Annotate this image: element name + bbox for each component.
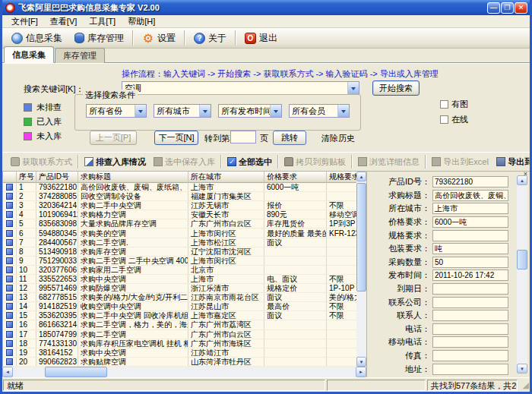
scroll-down-icon[interactable]: ▼ (356, 357, 366, 367)
detail-field-value[interactable]: 6000一吨 (432, 216, 508, 228)
maximize-button[interactable]: ❐ (501, 2, 514, 14)
member-select[interactable]: 所有会员 (289, 104, 350, 118)
table-vertical-scrollbar[interactable]: ▲ ▼ (356, 172, 366, 367)
check-store-button[interactable]: 排查入库情况 (81, 154, 150, 169)
seq-cell: 6 (17, 229, 36, 237)
inventory-button[interactable]: 库存管理 (68, 30, 130, 46)
collect-button[interactable]: 信息采集 (5, 30, 68, 46)
close-button[interactable]: ✕ (515, 2, 527, 14)
scrollbar-track[interactable] (13, 367, 356, 377)
detail-field-value[interactable] (432, 283, 508, 295)
detail-field-value[interactable] (432, 336, 508, 348)
header-city[interactable]: 所在城市 (188, 172, 264, 183)
next-page-button[interactable]: 下一页[N] (154, 131, 198, 145)
detail-field-value[interactable]: 793622180 (432, 176, 508, 188)
header-spec[interactable]: 规格要求 (327, 172, 357, 183)
city-select[interactable]: 所有城市 (154, 104, 211, 118)
scrollbar-thumb[interactable] (517, 250, 527, 269)
scroll-down-icon[interactable]: ▼ (517, 364, 527, 374)
start-search-button[interactable]: 开始搜索 (372, 80, 420, 96)
chevron-down-icon[interactable] (270, 105, 281, 117)
chevron-down-icon[interactable] (199, 105, 211, 117)
product-id-cell: 513490918 (36, 247, 78, 256)
table-row[interactable]: 13 682778515 求购美的/格力/大金/约克/开利二手中 江苏南京市雨花… (3, 293, 356, 302)
header-price[interactable]: 价格要求 (264, 172, 327, 183)
settings-button[interactable]: ⚙ 设置 (136, 30, 182, 46)
scrollbar-thumb[interactable] (45, 367, 107, 377)
table-row[interactable]: 15 353620395 求购二手中央空调 回收冷库机组 回收 上海市嘉定区 面… (3, 311, 356, 320)
menu-help[interactable]: 帮助[H] (122, 16, 161, 27)
scrollbar-track[interactable] (517, 185, 527, 364)
table-row[interactable]: 5 835683098 大量求购品牌库存空调 广东广州市白云区 库存甩货价 1P… (3, 219, 356, 229)
scroll-up-icon[interactable]: ▲ (356, 172, 366, 181)
table-horizontal-scrollbar[interactable]: ◄ ► (2, 367, 366, 377)
table-row[interactable]: 8 513490918 求购库存空调 辽宁沈阳市沈河区 (3, 247, 356, 257)
detail-field-value[interactable] (432, 310, 508, 321)
table-row[interactable]: 14 914182519 收购空调中央空调 江苏昆山市 最高价 不限 (3, 302, 356, 311)
unstored-color-swatch (24, 132, 32, 140)
table-row[interactable]: 3 320364214 求购二手中央空调 江苏无锡市 报价 不限 (3, 201, 356, 210)
table-row[interactable]: 6 594880345 求购美的空调 上海市闵行区 最好的质量 最美的价 KFR… (3, 229, 356, 238)
table-row[interactable]: 11 335522653 求购中央空调 上海市 电、面议 不限 (3, 275, 356, 284)
publish-time-select[interactable]: 所有发布时间 (218, 104, 282, 118)
table-row[interactable]: 20 990662823 求购贴牌空调 山东菏泽市牡丹区 (3, 358, 356, 367)
detail-field-value[interactable] (432, 323, 508, 335)
header-id[interactable]: 产品ID号 (36, 172, 78, 183)
table-row[interactable]: 9 751290033 求购二手空调 二手中央空调 40082027 上海市闵行… (3, 257, 356, 266)
detail-field-value[interactable] (432, 364, 508, 375)
table-row[interactable]: 4 1019069412 求购格力空调 安徽天长市 890元 移动空调 (3, 210, 356, 219)
table-row[interactable]: 2 374288085 回收空调制冷设备 福建厦门市集美区 (3, 192, 356, 201)
get-contact-label: 获取联系方式 (22, 156, 72, 168)
header-seq[interactable]: 序号 (17, 172, 36, 183)
chevron-down-icon[interactable] (337, 105, 349, 117)
detail-field-value[interactable]: 吨 (432, 243, 508, 254)
window-title: 飞索阿里巴巴求购信息采集专家 V2.00 (18, 2, 486, 14)
menu-tools[interactable]: 工具[T] (83, 16, 122, 27)
menu-file[interactable]: 文件[F] (5, 16, 44, 27)
chevron-down-icon[interactable] (347, 82, 359, 94)
table-row[interactable]: 1 793622180 高价回收废铁、废铜、废纸箱、、废纸 上海市 6000一吨 (3, 183, 356, 192)
table-row[interactable]: 19 38164152 求购中央空调 江苏靖江市 (3, 348, 356, 358)
minimize-button[interactable]: — (487, 2, 500, 14)
detail-field-value[interactable] (432, 297, 508, 308)
scroll-right-icon[interactable]: ► (356, 367, 366, 377)
scroll-left-icon[interactable]: ◄ (2, 367, 13, 377)
table-row[interactable]: 18 774133130 求购库存积压家电空调机 挂机 柜机 变 广东广州市海珠… (3, 339, 356, 348)
tab-collect[interactable]: 信息采集 (4, 46, 54, 63)
detail-field-value[interactable]: 2011-10-26 17:42 (432, 269, 508, 281)
goto-page-input[interactable] (230, 131, 256, 143)
scrollbar-track[interactable] (356, 181, 366, 357)
table-row[interactable]: 12 995571469 求购防爆空调 浙江乐清市 规格定价 1P-10P (3, 284, 356, 293)
export-file-button[interactable]: 导出到文件 (492, 154, 532, 169)
header-title[interactable]: 求购标题 (78, 172, 188, 183)
province-select[interactable]: 所有省份 (86, 104, 147, 118)
scroll-up-icon[interactable]: ▲ (517, 175, 527, 185)
detail-field-value[interactable] (432, 230, 508, 241)
table-row[interactable]: 10 320377606 求购家用二手空调 北京市 (3, 266, 356, 275)
chevron-down-icon[interactable] (135, 105, 146, 117)
detail-vertical-scrollbar[interactable]: ▲ ▼ (517, 175, 527, 374)
has-image-checkbox[interactable] (440, 100, 448, 109)
detail-field-label: 规格要求： (367, 230, 432, 241)
select-all-button[interactable]: ✓ 全部选中 (223, 154, 276, 169)
title-cell: 求购格力空调 (78, 210, 188, 219)
detail-field-value[interactable] (432, 350, 508, 361)
resize-grip[interactable]: ◢ (519, 380, 529, 391)
online-checkbox[interactable] (440, 115, 448, 124)
table-row[interactable]: 17 185074799 求购二手空调 广东广州市白云区 (3, 330, 356, 339)
tab-inventory[interactable]: 库存管理 (55, 48, 105, 63)
clear-history-button[interactable]: 清除历史 (321, 133, 355, 144)
jump-button[interactable]: 跳转 (273, 131, 306, 145)
exit-button[interactable]: O 退出 (239, 30, 283, 46)
detail-field-value[interactable]: 高价回收废铁、废铜、废纸 (432, 190, 508, 201)
table-row[interactable]: 16 861663214 求购二手空调，格力，美的，海尔，开 广东广州市荔湾区 (3, 320, 356, 329)
menu-view[interactable]: 查看[V] (44, 16, 83, 27)
detail-field-value[interactable]: 50 (432, 257, 508, 268)
about-button[interactable]: ? 关于 (188, 30, 233, 46)
scrollbar-thumb[interactable] (356, 183, 366, 292)
keyword-combobox[interactable]: 空调 (122, 81, 359, 95)
database-icon (74, 33, 84, 43)
header-flag[interactable] (3, 172, 17, 183)
detail-field-value[interactable]: 上海市 (432, 203, 508, 214)
table-row[interactable]: 7 284400567 求购二手空调. 上海市松江区 面议 (3, 238, 356, 247)
